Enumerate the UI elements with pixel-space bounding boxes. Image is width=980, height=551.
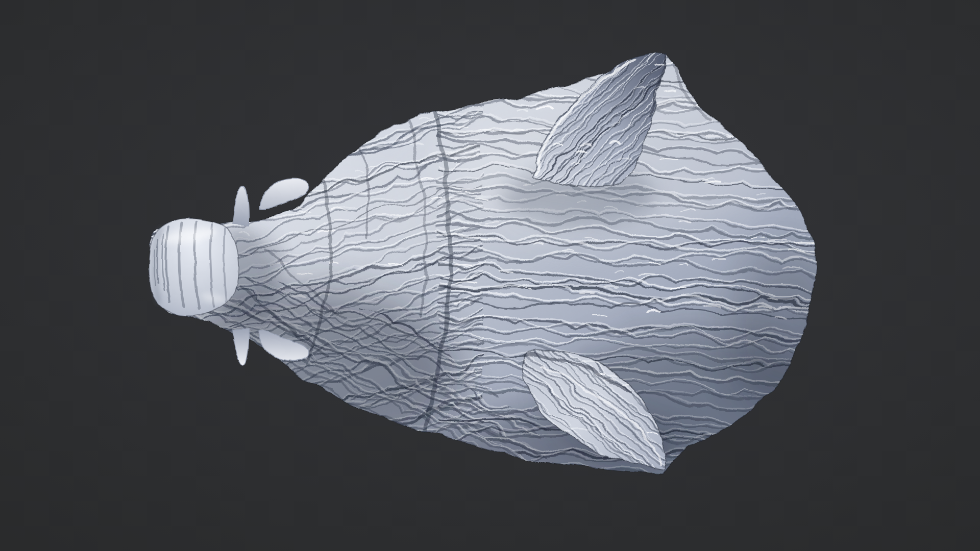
sculpt-viewport[interactable] (0, 0, 980, 551)
fur-stroke (456, 303, 470, 304)
fur-stroke (499, 271, 514, 272)
fur-stroke (752, 236, 765, 237)
fur-stroke (712, 259, 725, 259)
fur-stroke (769, 239, 787, 240)
snout (149, 219, 239, 316)
viewport-canvas[interactable] (0, 0, 980, 551)
fur-stroke (639, 276, 656, 277)
fur-stroke (671, 289, 688, 289)
fur-stroke (578, 293, 594, 293)
fur-stroke (577, 151, 587, 152)
